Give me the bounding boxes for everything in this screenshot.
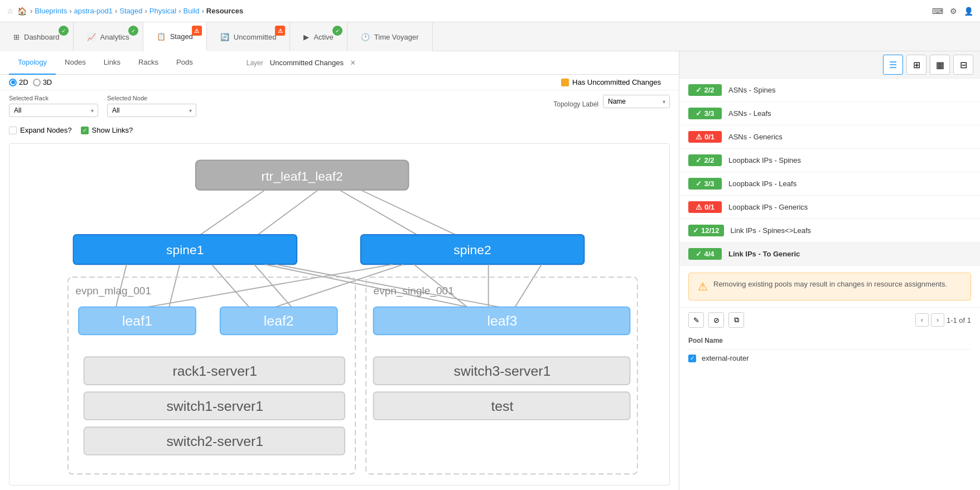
resource-link-ips-to-generic[interactable]: ✓ 4/4 Link IPs - To Generic (679, 242, 980, 266)
sidebar-list-icon[interactable]: ☰ (883, 55, 903, 75)
resource-loopback-generics[interactable]: ⚠ 0/1 Loopback IPs - Generics (679, 196, 980, 219)
uncommitted-legend: Has Uncommitted Changes (561, 78, 661, 86)
breadcrumb-staged[interactable]: Staged (119, 7, 142, 15)
expand-nodes-box (9, 127, 17, 134)
badge-loopback-leafs: ✓ 3/3 (688, 178, 722, 190)
edit-button[interactable]: ✎ (688, 312, 704, 328)
sidebar-table-icon[interactable]: ▦ (930, 55, 950, 75)
radio-2d[interactable]: 2D (9, 78, 28, 86)
sidebar-icons: ☰ ⊞ ▦ ⊟ (679, 51, 980, 79)
prev-page-button[interactable]: ‹ (915, 313, 929, 327)
subnav-topology[interactable]: Topology (9, 51, 56, 75)
tab-bar: ⊞ Dashboard ✓ 📈 Analytics ✓ 📋 Staged ⚠ 🔄… (0, 22, 980, 51)
resource-name-loopback-leafs: Loopback IPs - Leafs (728, 179, 796, 188)
selected-node-select-wrapper: All (107, 104, 196, 117)
show-links-checkbox[interactable]: ✓ Show Links? (81, 126, 133, 134)
selected-rack-group: Selected Rack All (9, 95, 98, 117)
tab-active[interactable]: ▶ Active ✓ (290, 22, 347, 51)
pool-table: Pool Name ✓ external-router (688, 332, 971, 367)
sidebar-grid-icon[interactable]: ⊞ (906, 55, 926, 75)
block-button[interactable]: ⊘ (708, 312, 724, 328)
resource-loopback-leafs[interactable]: ✓ 3/3 Loopback IPs - Leafs (679, 172, 980, 196)
view-mode-selector: 2D 3D (9, 78, 52, 86)
tab-dashboard[interactable]: ⊞ Dashboard ✓ (0, 22, 74, 51)
spine1-node (73, 235, 297, 264)
resource-name-loopback-generics: Loopback IPs - Generics (728, 203, 808, 211)
terminal-icon[interactable]: ⌨ (932, 7, 943, 16)
layer-label: Layer (247, 59, 263, 67)
analytics-badge: ✓ (128, 26, 138, 36)
main-panel: Topology Nodes Links Racks Pods Layer Un… (0, 51, 679, 490)
pagination-text: 1-1 of 1 (947, 316, 971, 324)
warning-triangle-icon: ⚠ (698, 280, 708, 293)
breadcrumb-physical[interactable]: Physical (149, 7, 176, 15)
badge-warn-icon2: ⚠ (696, 203, 702, 211)
resource-asns-spines[interactable]: ✓ 2/2 ASNs - Spines (679, 79, 980, 102)
breadcrumb-blueprints[interactable]: Blueprints (35, 7, 67, 15)
breadcrumb-pod[interactable]: apstra-pod1 (74, 7, 113, 15)
filters-row: Selected Rack All Selected Node All Topo… (0, 90, 679, 122)
home-icon[interactable]: 🏠 (17, 7, 27, 16)
tab-time-voyager[interactable]: 🕐 Time Voyager (347, 22, 433, 51)
selected-node-select[interactable]: All (107, 104, 196, 117)
layer-close-icon[interactable]: × (350, 58, 355, 68)
resource-asns-generics[interactable]: ⚠ 0/1 ASNs - Generics (679, 125, 980, 149)
pool-checkbox[interactable]: ✓ (688, 355, 696, 362)
tab-uncommitted[interactable]: 🔄 Uncommitted ⚠ (207, 22, 291, 51)
badge-check-icon2: ✓ (696, 109, 702, 118)
badge-check-icon5: ✓ (693, 226, 699, 235)
resource-link-ips-spines-leafs[interactable]: ✓ 12/12 Link IPs - Spines<>Leafs (679, 219, 980, 242)
selected-node-group: Selected Node All (107, 95, 196, 117)
radio-3d[interactable]: 3D (33, 78, 52, 86)
badge-asns-spines: ✓ 2/2 (688, 84, 722, 96)
subnav-nodes[interactable]: Nodes (56, 51, 95, 75)
expand-nodes-checkbox[interactable]: Expand Nodes? (9, 126, 72, 134)
subnav-links[interactable]: Links (95, 51, 129, 75)
show-links-box: ✓ (81, 127, 89, 134)
rack2-label: evpn_single_001 (374, 285, 454, 297)
badge-check-icon6: ✓ (696, 250, 702, 258)
topo-line-s1-l1b (169, 264, 180, 307)
bottom-actions: ✎ ⊘ ⧉ ‹ › 1-1 of 1 (679, 307, 980, 332)
topology-canvas[interactable]: rtr_leaf1_leaf2 spine1 spine2 (9, 143, 670, 486)
top-right-icons: ⌨ ⚙ 👤 (932, 7, 973, 16)
resource-asns-leafs[interactable]: ✓ 3/3 ASNs - Leafs (679, 102, 980, 125)
selected-rack-select[interactable]: All (9, 104, 98, 117)
leaf3-label: leaf3 (487, 313, 518, 328)
badge-check-icon4: ✓ (696, 179, 702, 188)
legend-text: Has Uncommitted Changes (572, 78, 661, 86)
warning-box: ⚠ Removing existing pools may result in … (688, 273, 971, 300)
resource-name-link-ips-spines-leafs: Link IPs - Spines<>Leafs (731, 226, 812, 235)
resource-list: ✓ 2/2 ASNs - Spines ✓ 3/3 ASNs - Leafs ⚠… (679, 79, 980, 266)
breadcrumb-build[interactable]: Build (184, 7, 200, 15)
user-icon[interactable]: 👤 (964, 7, 973, 16)
badge-asns-generics: ⚠ 0/1 (688, 131, 722, 143)
leaf1-label: leaf1 (122, 313, 152, 328)
copy-button[interactable]: ⧉ (728, 312, 744, 328)
subnav-pods[interactable]: Pods (167, 51, 202, 75)
topo-line-s1-l2 (212, 264, 249, 307)
tab-staged[interactable]: 📋 Staged ⚠ (143, 22, 207, 51)
subnav-racks[interactable]: Racks (129, 51, 167, 75)
copy-icon: ⧉ (734, 316, 739, 324)
star-icon[interactable]: ☆ (7, 7, 14, 16)
badge-check-icon: ✓ (696, 86, 702, 94)
badge-check-icon3: ✓ (696, 156, 702, 164)
show-links-label: Show Links? (92, 126, 133, 134)
sidebar-details-icon[interactable]: ⊟ (953, 55, 973, 75)
right-sidebar: ☰ ⊞ ▦ ⊟ ✓ 2/2 ASNs - Spines ✓ 3/3 ASNs -… (679, 51, 980, 490)
active-badge: ✓ (332, 26, 342, 36)
next-page-button[interactable]: › (931, 313, 944, 327)
selected-rack-select-wrapper: All (9, 104, 98, 117)
test-label: test (491, 399, 513, 414)
resource-name-asns-spines: ASNs - Spines (728, 86, 776, 94)
resource-loopback-spines[interactable]: ✓ 2/2 Loopback IPs - Spines (679, 149, 980, 172)
badge-asns-leafs: ✓ 3/3 (688, 108, 722, 119)
tab-analytics[interactable]: 📈 Analytics ✓ (74, 22, 143, 51)
topology-label-select[interactable]: Name (603, 95, 670, 108)
settings-icon[interactable]: ⚙ (950, 7, 957, 16)
block-icon: ⊘ (713, 316, 720, 324)
active-icon: ▶ (303, 33, 309, 41)
pool-row[interactable]: ✓ external-router (688, 350, 971, 367)
dashboard-badge: ✓ (59, 26, 69, 36)
